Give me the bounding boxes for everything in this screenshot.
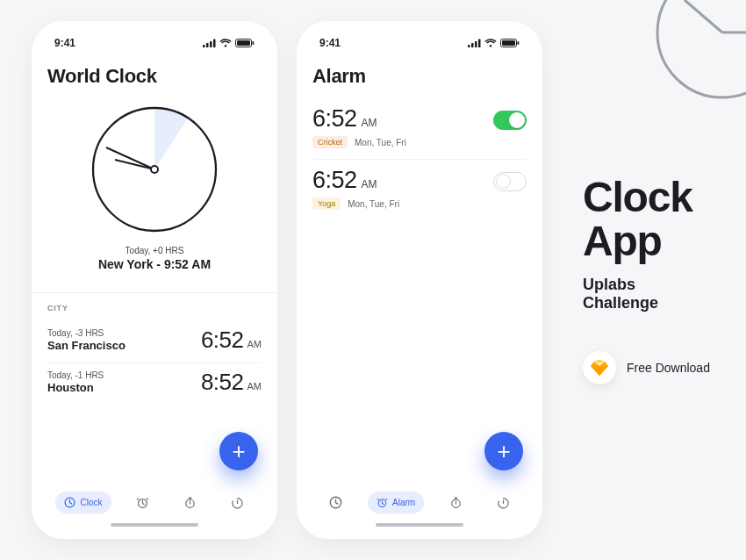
alarm-time: 6:52 (312, 105, 357, 133)
status-bar: 9:41 (47, 37, 262, 58)
plus-icon: + (497, 440, 510, 463)
alarm-toggle[interactable] (493, 172, 527, 191)
alarm-icon (377, 497, 388, 508)
clock-icon (64, 497, 75, 508)
promo-panel: Clock App Uplabs Challenge Free Download (562, 21, 714, 539)
svg-rect-8 (237, 40, 250, 46)
wifi-icon (484, 39, 497, 47)
tab-bar: Clock (47, 480, 262, 518)
download-link[interactable]: Free Download (583, 351, 714, 384)
alarm-toggle[interactable] (493, 111, 527, 130)
alarm-row[interactable]: 6:52 AM Cricket Mon, Tue, Fri (312, 98, 527, 160)
tab-alarm[interactable]: Alarm (368, 492, 424, 513)
tab-bar: Alarm (312, 480, 527, 518)
svg-rect-9 (253, 41, 255, 45)
city-list-header: CITY (47, 304, 262, 312)
alarm-tag: Cricket (312, 136, 348, 148)
analog-clock-face (89, 104, 220, 235)
alarm-icon (136, 496, 149, 509)
wifi-icon (219, 39, 232, 47)
tab-alarm[interactable] (127, 491, 158, 514)
svg-rect-18 (471, 43, 474, 47)
promo-heading-line1: Clock (583, 176, 714, 219)
main-city-time: New York - 9:52 AM (98, 257, 211, 271)
city-ampm: AM (247, 381, 262, 391)
divider (32, 292, 277, 293)
svg-rect-23 (518, 41, 520, 45)
tab-stopwatch[interactable] (175, 491, 205, 514)
tab-label: Alarm (392, 498, 415, 507)
tab-label: Clock (80, 498, 102, 507)
signal-icon (203, 39, 216, 47)
city-name: Houston (47, 381, 104, 394)
city-offset: Today, -1 HRS (47, 370, 104, 380)
svg-rect-3 (203, 45, 205, 47)
battery-icon (500, 39, 520, 47)
city-offset: Today, -3 HRS (47, 328, 126, 338)
page-title: Alarm (312, 65, 527, 88)
timer-icon (231, 496, 244, 509)
city-ampm: AM (247, 339, 262, 349)
alarm-tag: Yoga (312, 197, 341, 210)
city-time: 8:52 (201, 369, 244, 396)
sketch-icon (583, 351, 616, 384)
alarm-ampm: AM (362, 178, 377, 190)
download-label: Free Download (627, 361, 710, 375)
city-name: San Francisco (47, 339, 126, 352)
add-alarm-button[interactable]: + (484, 432, 523, 470)
alarm-ampm: AM (362, 117, 377, 129)
promo-heading-line2: App (583, 219, 714, 263)
plus-icon: + (232, 440, 245, 463)
page-title: World Clock (47, 65, 262, 88)
svg-point-13 (151, 166, 158, 173)
svg-rect-4 (206, 43, 209, 47)
alarm-days: Mon, Tue, Fri (348, 199, 399, 209)
battery-icon (235, 39, 255, 47)
tab-clock[interactable]: Clock (55, 492, 111, 513)
city-time: 6:52 (201, 327, 244, 354)
phone-alarm: 9:41 Alarm 6:52 AM Cricket Mon, Tue, Fri (297, 21, 542, 539)
stopwatch-icon (183, 496, 197, 509)
svg-rect-22 (502, 40, 515, 46)
svg-rect-5 (210, 41, 212, 47)
alarm-time: 6:52 (312, 167, 357, 194)
city-row[interactable]: Today, -3 HRS San Francisco 6:52 AM (47, 321, 262, 363)
svg-rect-20 (478, 39, 481, 48)
tab-timer[interactable] (488, 491, 519, 514)
city-row[interactable]: Today, -1 HRS Houston 8:52 AM (47, 363, 262, 405)
main-city-offset: Today, +0 HRS (126, 246, 184, 255)
signal-icon (468, 39, 481, 47)
stopwatch-icon (449, 496, 463, 509)
svg-line-11 (106, 147, 154, 169)
tab-stopwatch[interactable] (441, 491, 471, 514)
svg-rect-17 (468, 45, 470, 47)
alarm-days: Mon, Tue, Fri (355, 138, 406, 147)
add-city-button[interactable]: + (219, 432, 258, 470)
clock-icon (329, 496, 342, 509)
status-time: 9:41 (319, 37, 341, 49)
phone-world-clock: 9:41 World Clock Today, +0 HRS New York … (32, 21, 277, 539)
tab-clock[interactable] (320, 491, 351, 514)
status-time: 9:41 (54, 37, 75, 49)
timer-icon (497, 496, 510, 509)
tab-timer[interactable] (222, 491, 253, 514)
promo-subtitle: Uplabs Challenge (583, 276, 714, 312)
home-indicator (111, 523, 198, 527)
home-indicator (376, 523, 463, 527)
alarm-row[interactable]: 6:52 AM Yoga Mon, Tue, Fri (312, 160, 527, 220)
svg-rect-19 (475, 41, 477, 47)
svg-rect-6 (213, 39, 216, 48)
status-bar: 9:41 (312, 37, 527, 58)
